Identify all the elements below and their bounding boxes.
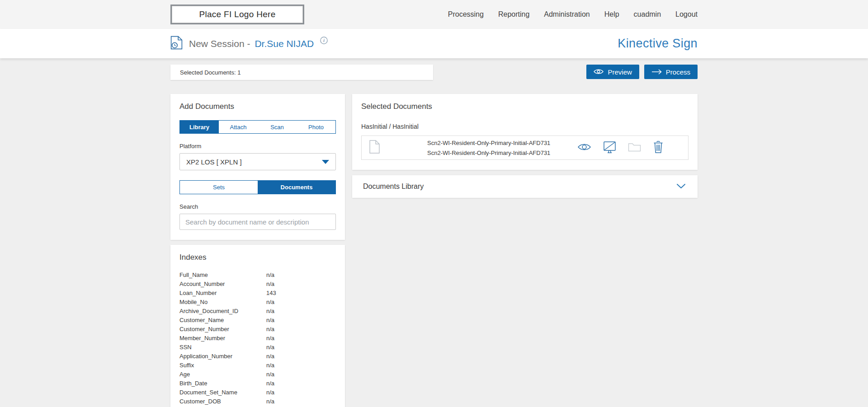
document-preview-button[interactable] xyxy=(577,143,591,153)
index-label: Mobile_No xyxy=(179,299,266,305)
nav-logout[interactable]: Logout xyxy=(675,10,698,19)
platform-label: Platform xyxy=(179,143,336,150)
tab-photo[interactable]: Photo xyxy=(297,121,335,133)
add-documents-card: Add Documents Library Attach Scan Photo … xyxy=(170,94,345,240)
index-row: Application_Numbern/a xyxy=(179,351,336,360)
documents-library-title: Documents Library xyxy=(363,182,424,191)
chevron-down-caret xyxy=(322,160,329,164)
trash-icon xyxy=(653,140,664,155)
index-value: n/a xyxy=(266,308,274,314)
index-row: Account_Numbern/a xyxy=(179,279,336,288)
index-value: n/a xyxy=(266,335,274,342)
index-row: Agen/a xyxy=(179,370,336,379)
document-folder-button[interactable] xyxy=(628,142,641,153)
document-group-label: HasInitial / HasInitial xyxy=(361,123,689,130)
index-value: n/a xyxy=(266,398,274,405)
right-column: Selected Documents HasInitial / HasIniti… xyxy=(352,94,698,198)
index-value: n/a xyxy=(266,281,274,287)
index-row: Loan_Number143 xyxy=(179,288,336,297)
folder-icon xyxy=(628,142,641,153)
app-brand-title: Kinective Sign xyxy=(618,37,698,51)
index-label: Customer_DOB xyxy=(179,398,266,405)
search-label: Search xyxy=(179,203,336,210)
tab-attach[interactable]: Attach xyxy=(219,121,258,133)
index-label: Loan_Number xyxy=(179,290,266,296)
eye-icon xyxy=(577,143,591,153)
index-value: n/a xyxy=(266,371,274,378)
index-row: Suffixn/a xyxy=(179,360,336,370)
index-label: Member_Number xyxy=(179,335,266,342)
document-delete-button[interactable] xyxy=(653,140,664,155)
documents-library-panel[interactable]: Documents Library xyxy=(352,175,698,198)
top-bar: Place FI Logo Here Processing Reporting … xyxy=(0,0,868,29)
selected-document-row: Scn2-WI-Resident-Only-Primary-Initial-AF… xyxy=(361,136,689,160)
tab-scan[interactable]: Scan xyxy=(258,121,297,133)
monitor-icon xyxy=(603,141,616,155)
index-label: Birth_Date xyxy=(179,380,266,387)
action-buttons: Preview Process xyxy=(586,65,698,79)
document-description: Scn2-WI-Resident-Only-Primary-Initial-AF… xyxy=(427,150,550,156)
nav-administration[interactable]: Administration xyxy=(544,10,590,19)
eye-icon xyxy=(594,68,604,76)
history-document-icon xyxy=(170,36,183,51)
nav-user-cuadmin[interactable]: cuadmin xyxy=(634,10,661,19)
index-label: Document_Set_Name xyxy=(179,389,266,396)
index-label: Suffix xyxy=(179,362,266,369)
nav-processing[interactable]: Processing xyxy=(448,10,484,19)
selected-count-bar: Selected Documents: 1 xyxy=(170,65,433,80)
session-title: New Session - Dr.Sue NIJAD i xyxy=(170,36,328,51)
page-header: New Session - Dr.Sue NIJAD i Kinective S… xyxy=(0,29,868,58)
toggle-documents[interactable]: Documents xyxy=(258,181,335,194)
index-label: Archive_Document_ID xyxy=(179,308,266,314)
session-label: New Session - xyxy=(189,38,250,49)
source-tabs: Library Attach Scan Photo xyxy=(179,120,336,134)
index-value: n/a xyxy=(266,344,274,351)
index-label: Customer_Number xyxy=(179,326,266,332)
index-value: n/a xyxy=(266,326,274,332)
toggle-sets[interactable]: Sets xyxy=(180,181,258,194)
preview-button[interactable]: Preview xyxy=(586,65,639,79)
tab-library[interactable]: Library xyxy=(180,121,219,133)
index-row: Full_Namen/a xyxy=(179,270,336,279)
nav-reporting[interactable]: Reporting xyxy=(498,10,529,19)
index-value: n/a xyxy=(266,389,274,396)
fi-logo-placeholder: Place FI Logo Here xyxy=(170,5,304,24)
document-actions xyxy=(577,140,688,155)
index-value: n/a xyxy=(266,317,274,323)
chevron-down-icon[interactable] xyxy=(676,182,686,191)
top-navigation: Processing Reporting Administration Help… xyxy=(448,10,698,19)
process-button-label: Process xyxy=(666,68,690,76)
index-row: Birth_Daten/a xyxy=(179,379,336,388)
index-value: n/a xyxy=(266,271,274,278)
svg-text:i: i xyxy=(323,37,325,43)
document-remote-sign-button[interactable] xyxy=(603,141,616,155)
add-documents-title: Add Documents xyxy=(179,102,336,111)
index-row: Document_Set_Namen/a xyxy=(179,388,336,397)
index-row: Member_Numbern/a xyxy=(179,333,336,342)
action-row: Selected Documents: 1 Preview xyxy=(170,65,698,80)
index-row: SSNn/a xyxy=(179,342,336,351)
index-value: n/a xyxy=(266,353,274,360)
process-button[interactable]: Process xyxy=(644,65,698,79)
nav-help[interactable]: Help xyxy=(604,10,619,19)
index-label: Full_Name xyxy=(179,271,266,278)
document-name: Scn2-WI-Resident-Only-Primary-Initial-AF… xyxy=(427,140,550,146)
search-input[interactable] xyxy=(179,214,336,230)
index-value: n/a xyxy=(266,299,274,305)
left-column: Add Documents Library Attach Scan Photo … xyxy=(170,94,345,407)
platform-dropdown[interactable]: XP2 LOS [ XPLN ] xyxy=(179,153,336,170)
index-label: SSN xyxy=(179,344,266,351)
content-area: Selected Documents: 1 Preview xyxy=(0,58,868,407)
index-value: n/a xyxy=(266,380,274,387)
platform-dropdown-value: XP2 LOS [ XPLN ] xyxy=(186,158,242,166)
arrow-right-icon xyxy=(651,68,662,76)
indexes-list: Full_Namen/a Account_Numbern/a Loan_Numb… xyxy=(179,270,336,407)
index-label: Customer_Name xyxy=(179,317,266,323)
file-icon xyxy=(369,140,380,156)
selected-documents-title: Selected Documents xyxy=(361,102,689,111)
info-icon[interactable]: i xyxy=(320,37,328,46)
index-value: 143 xyxy=(266,290,276,296)
indexes-title: Indexes xyxy=(179,253,336,262)
session-user-name: Dr.Sue NIJAD xyxy=(255,38,314,49)
fi-logo-text: Place FI Logo Here xyxy=(199,9,275,19)
